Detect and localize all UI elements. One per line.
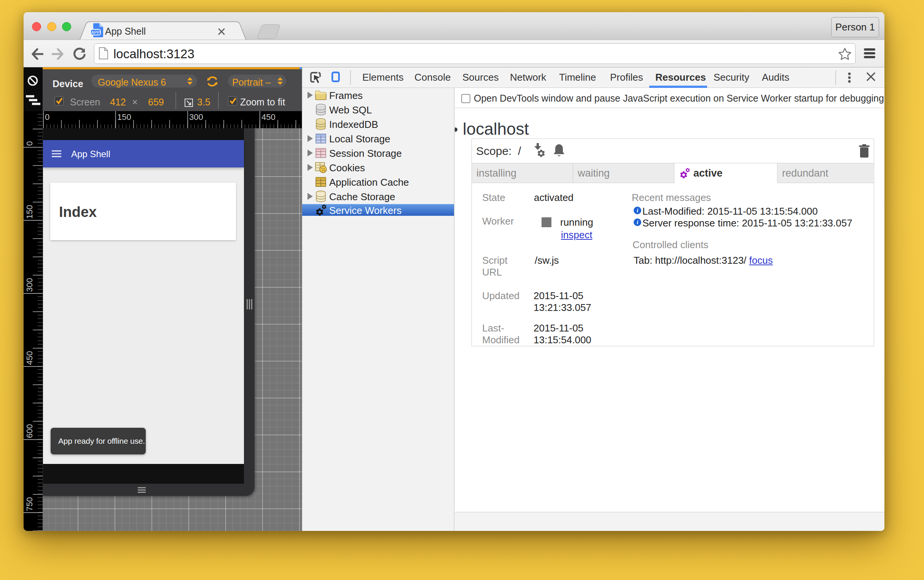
- svg-text:APP: APP: [91, 30, 100, 35]
